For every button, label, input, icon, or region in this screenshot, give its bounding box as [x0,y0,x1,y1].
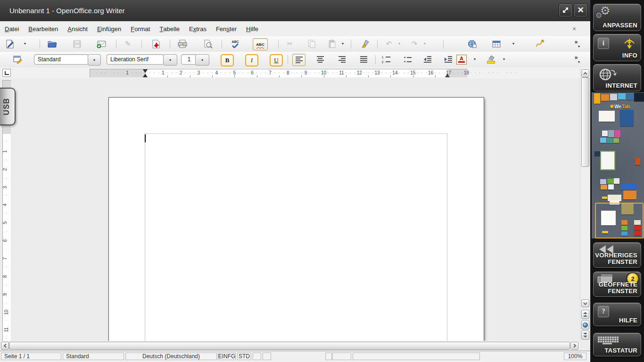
email-button[interactable] [95,38,107,49]
italic-button[interactable]: I [245,54,258,66]
draw-functions-button[interactable] [534,38,546,49]
navigation-dot-button[interactable] [581,320,589,329]
undo-button[interactable]: ↶ [383,38,395,49]
page-preview-button[interactable] [202,38,214,49]
align-center-button[interactable] [314,54,326,65]
toolbar-overflow-button[interactable]: » ▾ [572,38,580,50]
copy-button[interactable] [305,38,318,49]
vertical-scroll-thumb[interactable] [581,77,589,167]
close-window-button[interactable]: ✕ [574,3,587,17]
left-indent-marker[interactable] [143,74,148,77]
horizontal-scrollbar[interactable] [0,341,580,350]
save-button[interactable] [71,38,83,49]
align-left-button[interactable] [292,54,305,66]
menu-item-datei[interactable]: Datei [0,23,24,35]
toolbar-overflow-button[interactable]: » ▾ [572,53,580,66]
paste-dropdown[interactable]: ▾ [339,38,346,49]
maximize-button[interactable] [559,3,572,17]
menu-item-tabelle[interactable]: Tabelle [155,23,184,35]
vertical-scrollbar[interactable] [580,68,589,341]
font-name-dropdown[interactable]: ▾ [163,54,177,66]
menu-item-einfgen[interactable]: Einfügen [92,23,126,35]
format-paintbrush-button[interactable] [359,38,372,49]
desktop-minimap[interactable]: ✱ WeTab [592,92,644,239]
sidebar-button-internet[interactable]: INTERNET [593,64,641,91]
edit-file-button[interactable]: ✎ [122,38,134,49]
status-modified-cell [253,353,261,360]
toolbar-separator [443,40,444,49]
menu-item-format[interactable]: Format [126,23,155,35]
underline-button[interactable]: U [270,54,283,66]
ruler-tick: · [363,70,364,75]
usb-tab[interactable]: USB [0,88,16,125]
horizontal-ruler[interactable]: 1234567891011121314151617181············… [90,69,468,78]
paragraph-style-dropdown[interactable]: ▾ [88,54,101,66]
sidebar-button-info[interactable]: i INFO [593,34,641,61]
redo-dropdown[interactable]: ▾ [421,38,428,49]
menu-item-extras[interactable]: Extras [184,23,211,35]
hyperlink-button[interactable] [466,38,478,49]
font-size-dropdown[interactable]: ▾ [195,54,209,66]
tab-type-selector[interactable] [2,69,11,77]
chevron-left-icon [3,343,7,348]
autospellcheck-button[interactable]: ABC [253,38,268,50]
document-page[interactable] [108,97,484,341]
spellcheck-button[interactable]: ABC [229,38,241,49]
paragraph-style-combobox[interactable]: Standard [34,54,89,65]
window-thumbnail [614,178,619,184]
increase-indent-button[interactable] [442,54,454,65]
new-document-button[interactable] [4,38,16,49]
align-right-button[interactable] [336,54,348,65]
print-button[interactable] [176,38,189,49]
scroll-right-button[interactable] [570,342,578,350]
export-pdf-button[interactable] [150,38,162,49]
status-style-cell[interactable]: Standard [63,353,124,360]
new-document-dropdown[interactable]: ▾ [22,38,28,49]
ruler-tick: · [336,70,338,75]
bullet-list-button[interactable]: • • [402,54,414,65]
menu-item-hilfe[interactable]: Hilfe [241,23,263,35]
sidebar-button-anpassen[interactable]: ⚙ ⚙ ANPASSEN [593,4,641,31]
font-color-dropdown[interactable]: ▾ [471,54,478,65]
status-insert-mode-cell[interactable]: EINFG [218,353,236,360]
status-page-cell[interactable]: Seite 1 / 1 [1,353,61,360]
bold-button[interactable]: B [221,54,234,66]
horizontal-scroll-thumb[interactable] [9,342,570,350]
redo-button[interactable]: ↷ [408,38,421,49]
menu-item-bearbeiten[interactable]: Bearbeiten [24,23,63,35]
scroll-down-button[interactable] [581,299,589,307]
decrease-indent-button[interactable] [421,54,434,65]
open-button[interactable] [46,38,58,49]
status-selection-mode-cell[interactable]: STD [237,353,251,360]
first-line-indent-marker[interactable] [143,69,148,73]
highlight-dropdown[interactable]: ▾ [501,54,507,65]
sidebar-button-tastatur[interactable]: TASTATUR [593,333,641,356]
cut-button[interactable]: ✂ [284,38,296,49]
document-close-button[interactable]: × [572,21,576,36]
ruler-tick: · [203,70,204,75]
undo-dropdown[interactable]: ▾ [396,38,403,49]
right-indent-marker[interactable] [445,74,450,77]
sidebar-button-geoeffnete-fenster[interactable]: 2 GEÖFFNETE FENSTER [593,272,641,297]
numbered-list-button[interactable]: 1. 2. [380,54,392,65]
insert-table-button[interactable] [490,38,503,49]
minimap-viewport-indicator[interactable] [595,203,644,239]
next-page-button[interactable] [581,330,589,340]
previous-page-button[interactable] [581,310,589,319]
styles-button[interactable] [11,54,24,65]
sidebar-button-hilfe[interactable]: ? HILFE [593,303,641,326]
font-name-combobox[interactable]: Liberation Serif [107,54,164,65]
status-zoom-cell[interactable]: 100% [564,353,586,360]
scroll-left-button[interactable] [1,342,9,350]
scroll-up-button[interactable] [581,69,589,77]
menu-item-ansicht[interactable]: Ansicht [63,23,92,35]
status-language-cell[interactable]: Deutsch (Deutschland) [125,353,217,360]
paste-button[interactable] [326,38,339,49]
font-size-combobox[interactable]: 1 [181,54,197,65]
justify-button[interactable] [357,54,370,65]
menu-item-fenster[interactable]: Fenster [211,23,241,35]
insert-table-dropdown[interactable]: ▾ [510,38,517,49]
highlight-button[interactable] [485,54,497,65]
sidebar-button-vorheriges-fenster[interactable]: VORHERIGES FENSTER [593,242,641,268]
font-color-button[interactable]: A [455,54,468,65]
